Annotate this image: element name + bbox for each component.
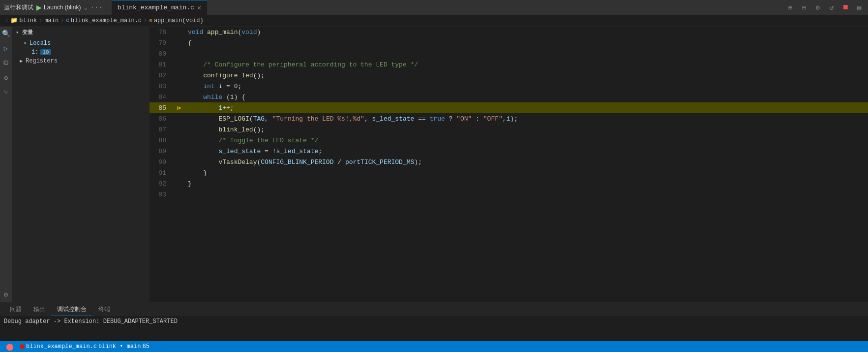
- code-line-87: blink_led();: [184, 124, 868, 135]
- code-line-80: [184, 48, 868, 59]
- layout-icon[interactable]: ⊟: [799, 3, 809, 12]
- debug-arrow-92: [174, 178, 184, 189]
- breadcrumb-function[interactable]: ⊙ app_main(void): [149, 17, 203, 24]
- tab-problems[interactable]: 问题: [4, 303, 28, 316]
- code-table: 78 ▾ void app_main(void) 79 { 80: [150, 27, 868, 200]
- debug-arrow-80: [174, 48, 184, 59]
- breadcrumb-file[interactable]: C blink_example_main.c: [66, 17, 142, 24]
- line-num-92: 92: [150, 178, 174, 189]
- line-num-84: 84 ▾: [150, 92, 174, 102]
- line-num-85: 85: [150, 102, 174, 113]
- code-line-90: vTaskDelay(CONFIG_BLINK_PERIOD / portTIC…: [184, 157, 868, 167]
- debug-arrow-90: [174, 157, 184, 167]
- folder-icon: 📁: [10, 17, 18, 24]
- code-line-81: /* Configure the peripheral according to…: [184, 59, 868, 70]
- refresh-icon[interactable]: ↺: [827, 3, 837, 12]
- debug-arrow-79: [174, 37, 184, 48]
- bottom-panels: 问题 输出 调试控制台 终端 Debug adapter -> Extensio…: [0, 302, 868, 341]
- table-row: 93: [150, 189, 868, 200]
- tab-debug-console[interactable]: 调试控制台: [51, 303, 92, 316]
- top-bar-left: 运行和调试 ▶ Launch (blink) ⌄ ···: [4, 3, 103, 12]
- variables-title: 变量: [22, 29, 33, 36]
- code-line-92: }: [184, 178, 868, 189]
- main-area: 🔍 ▷ ⧉ ⊕ ⑂ ⚙ ▾ 变量 ▾ Locals i: 10 ▶ Regist…: [0, 27, 868, 302]
- settings-activity-icon[interactable]: ⚙: [1, 292, 11, 302]
- table-row: 88 /* Toggle the LED state */: [150, 135, 868, 146]
- debug-arrow-93: [174, 189, 184, 200]
- launch-label: Launch (blink): [44, 4, 81, 11]
- locals-fold-arrow: ▾: [24, 40, 27, 46]
- editor-tab[interactable]: blink_example_main.c ✕: [112, 0, 207, 15]
- debug-arrow-87: [174, 124, 184, 135]
- code-line-79: {: [184, 37, 868, 48]
- git-activity-icon[interactable]: ⑂: [1, 88, 11, 97]
- table-row: 84 ▾ while (1) {: [150, 92, 868, 102]
- variables-fold-arrow: ▾: [16, 30, 19, 35]
- launch-button[interactable]: ▶ Launch (blink): [36, 3, 81, 11]
- status-file-label: blink_example_main.c: [26, 343, 97, 350]
- top-bar-right: ⊞ ⊟ ⚙ ↺ ⏹ ▤: [785, 3, 864, 12]
- search-activity-icon[interactable]: 🔍: [1, 29, 11, 38]
- status-branch-label: blink • main: [98, 343, 141, 350]
- table-row: 80: [150, 48, 868, 59]
- locals-label: Locals: [30, 40, 51, 47]
- registers-item[interactable]: ▶ Registers: [12, 57, 150, 65]
- debug-arrow-78: [174, 27, 184, 37]
- breadcrumb-blink[interactable]: 📁 blink: [10, 17, 37, 24]
- launch-dropdown-icon[interactable]: ⌄: [84, 4, 87, 11]
- function-icon: ⊙: [149, 17, 152, 24]
- file-type-icon: C: [66, 18, 69, 24]
- var-i-item: i: 10: [12, 48, 150, 57]
- remote-activity-icon[interactable]: ⊕: [1, 73, 11, 83]
- table-row: 83 int i = 0;: [150, 81, 868, 92]
- locals-item[interactable]: ▾ Locals: [12, 39, 150, 48]
- line-num-78: 78 ▾: [150, 27, 174, 37]
- variables-content: ▾ Locals i: 10 ▶ Registers: [12, 38, 150, 66]
- settings-icon[interactable]: ⚙: [813, 3, 823, 12]
- debug-output-line: Debug adapter -> Extension: DEBUG_ADAPTE…: [4, 318, 864, 325]
- code-line-91: }: [184, 167, 868, 178]
- table-row: 91 }: [150, 167, 868, 178]
- status-debug-item[interactable]: ⬤: [4, 343, 16, 351]
- layout-dropdown-icon[interactable]: ▤: [854, 3, 864, 12]
- tab-terminal[interactable]: 终端: [92, 303, 116, 316]
- debug-arrow-86: [174, 113, 184, 124]
- tab-close-icon[interactable]: ✕: [197, 3, 201, 12]
- stop-icon[interactable]: ⏹: [840, 3, 850, 11]
- breadcrumb-bar: ‹ 📁 blink › main › C blink_example_main.…: [0, 15, 868, 27]
- variables-header[interactable]: ▾ 变量: [12, 27, 150, 38]
- extensions-activity-icon[interactable]: ⧉: [1, 58, 11, 68]
- line-num-91: 91: [150, 167, 174, 178]
- play-icon: ▶: [36, 3, 42, 11]
- breadcrumb-toggle[interactable]: ‹: [5, 17, 8, 24]
- line-num-89: 89: [150, 146, 174, 157]
- status-breakpoint-item[interactable]: blink_example_main.c blink • main 85: [18, 343, 151, 350]
- line-num-90: 90: [150, 157, 174, 167]
- code-view[interactable]: 78 ▾ void app_main(void) 79 { 80: [150, 27, 868, 302]
- debug-activity-icon[interactable]: ▷: [1, 43, 11, 53]
- table-row: 86 ESP_LOGI(TAG, "Turning the LED %s!,%d…: [150, 113, 868, 124]
- tab-output[interactable]: 输出: [28, 303, 51, 316]
- line-num-87: 87: [150, 124, 174, 135]
- registers-label: Registers: [26, 58, 58, 64]
- status-line-num: 85: [142, 343, 149, 350]
- code-line-93: [184, 189, 868, 200]
- split-editor-icon[interactable]: ⊞: [785, 3, 795, 12]
- table-row: 79 {: [150, 37, 868, 48]
- debug-arrow-84: [174, 92, 184, 102]
- more-options-icon[interactable]: ···: [90, 3, 103, 11]
- code-line-82: configure_led();: [184, 70, 868, 81]
- code-line-89: s_led_state = !s_led_state;: [184, 146, 868, 157]
- breadcrumb-sep-1: ›: [39, 17, 42, 24]
- table-row: 81 /* Configure the peripheral according…: [150, 59, 868, 70]
- top-bar: 运行和调试 ▶ Launch (blink) ⌄ ··· blink_examp…: [0, 0, 868, 15]
- panel-content: Debug adapter -> Extension: DEBUG_ADAPTE…: [0, 316, 868, 341]
- breadcrumb-sep-3: ›: [144, 17, 147, 24]
- breadcrumb-main[interactable]: main: [44, 17, 59, 24]
- code-line-84: while (1) {: [184, 92, 868, 102]
- table-row: 85 ⊳ i++;: [150, 102, 868, 113]
- table-row: 78 ▾ void app_main(void): [150, 27, 868, 37]
- code-line-88: /* Toggle the LED state */: [184, 135, 868, 146]
- line-num-79: 79: [150, 37, 174, 48]
- panel-tabs: 问题 输出 调试控制台 终端: [0, 302, 868, 316]
